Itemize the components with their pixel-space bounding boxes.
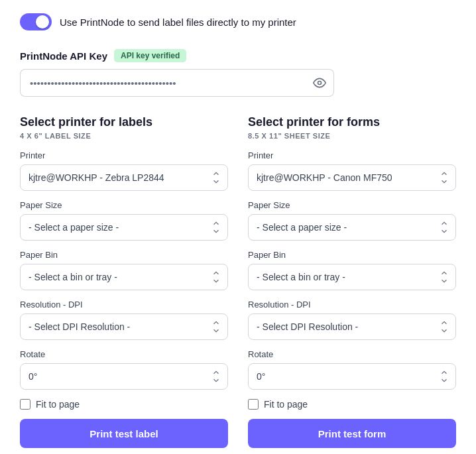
api-key-input[interactable] [20, 69, 305, 97]
labels-fit-row: Fit to page [20, 399, 228, 410]
forms-paper-bin-group: Paper Bin - Select a bin or tray - [248, 250, 456, 290]
labels-resolution-label: Resolution - DPI [20, 300, 228, 310]
labels-col-title: Select printer for labels [20, 115, 228, 129]
forms-printer-select[interactable]: kjtre@WORKHP - Canon MF750 [248, 164, 456, 191]
labels-printer-label: Printer [20, 150, 228, 160]
printnode-toggle-row: Use PrintNode to send label files direct… [20, 13, 456, 30]
labels-resolution-group: Resolution - DPI - Select DPI Resolution… [20, 300, 228, 340]
labels-printer-group: Printer kjtre@WORKHP - Zebra LP2844 [20, 150, 228, 191]
labels-paper-bin-select[interactable]: - Select a bin or tray - [20, 264, 228, 290]
labels-fit-label[interactable]: Fit to page [36, 399, 80, 410]
labels-paper-bin-label: Paper Bin [20, 250, 228, 260]
printnode-toggle[interactable] [20, 13, 52, 30]
labels-resolution-select[interactable]: - Select DPI Resolution - [20, 313, 228, 340]
labels-printer-select[interactable]: kjtre@WORKHP - Zebra LP2844 [20, 164, 228, 191]
forms-resolution-group: Resolution - DPI - Select DPI Resolution… [248, 300, 456, 340]
print-label-button[interactable]: Print test label [20, 419, 228, 448]
forms-column: Select printer for forms 8.5 X 11" SHEET… [248, 115, 456, 448]
forms-fit-label[interactable]: Fit to page [264, 399, 308, 410]
api-key-section: PrintNode API Key API key verified [20, 49, 456, 97]
printer-columns: Select printer for labels 4 X 6" LABEL S… [20, 115, 456, 448]
labels-paper-size-label: Paper Size [20, 200, 228, 210]
eye-icon [313, 76, 326, 89]
labels-paper-size-select[interactable]: - Select a paper size - [20, 214, 228, 241]
forms-printer-label: Printer [248, 150, 456, 160]
labels-rotate-select[interactable]: 0° [20, 363, 228, 390]
labels-paper-bin-group: Paper Bin - Select a bin or tray - [20, 250, 228, 290]
forms-printer-group: Printer kjtre@WORKHP - Canon MF750 [248, 150, 456, 191]
toggle-visibility-button[interactable] [305, 69, 334, 97]
forms-paper-size-group: Paper Size - Select a paper size - [248, 200, 456, 241]
forms-rotate-group: Rotate 0° [248, 349, 456, 390]
print-form-button[interactable]: Print test form [248, 419, 456, 448]
labels-col-subtitle: 4 X 6" LABEL SIZE [20, 132, 228, 140]
forms-paper-bin-label: Paper Bin [248, 250, 456, 260]
api-key-header: PrintNode API Key API key verified [20, 49, 456, 62]
forms-fit-checkbox[interactable] [248, 399, 259, 410]
api-input-row [20, 69, 456, 97]
labels-column: Select printer for labels 4 X 6" LABEL S… [20, 115, 228, 448]
forms-paper-size-select[interactable]: - Select a paper size - [248, 214, 456, 241]
svg-point-0 [318, 82, 321, 85]
labels-paper-size-group: Paper Size - Select a paper size - [20, 200, 228, 241]
toggle-label: Use PrintNode to send label files direct… [60, 17, 296, 28]
forms-paper-bin-select[interactable]: - Select a bin or tray - [248, 264, 456, 290]
forms-resolution-select[interactable]: - Select DPI Resolution - [248, 313, 456, 340]
forms-rotate-label: Rotate [248, 349, 456, 359]
forms-col-subtitle: 8.5 X 11" SHEET SIZE [248, 132, 456, 140]
api-key-title: PrintNode API Key [20, 50, 107, 62]
forms-paper-size-label: Paper Size [248, 200, 456, 210]
forms-resolution-label: Resolution - DPI [248, 300, 456, 310]
labels-rotate-label: Rotate [20, 349, 228, 359]
api-verified-badge: API key verified [114, 49, 186, 62]
labels-fit-checkbox[interactable] [20, 399, 30, 410]
forms-rotate-select[interactable]: 0° [248, 363, 456, 390]
forms-fit-row: Fit to page [248, 399, 456, 410]
forms-col-title: Select printer for forms [248, 115, 456, 129]
labels-rotate-group: Rotate 0° [20, 349, 228, 390]
